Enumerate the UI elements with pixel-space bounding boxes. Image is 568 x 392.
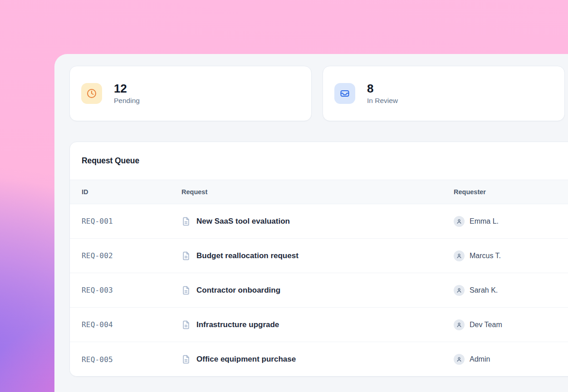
requester-name: Emma L. — [470, 217, 499, 225]
table-row-req-003[interactable]: REQ-003 Contractor onboarding Sarah K. — [70, 273, 568, 308]
stat-text-pending: 12 Pending — [114, 82, 140, 105]
table-row-req-001[interactable]: REQ-001 New SaaS tool evaluation Emma L. — [70, 204, 568, 239]
column-header-id: ID — [82, 188, 181, 196]
stats-row: 12 Pending 8 In Review — [69, 66, 568, 121]
inbox-icon — [334, 83, 355, 104]
request-id: REQ-001 — [82, 217, 181, 225]
table-row-req-005[interactable]: REQ-005 Office equipment purchase Admin — [70, 342, 568, 377]
avatar — [454, 319, 465, 330]
table-header-row: ID Request Requester — [70, 180, 568, 204]
file-text-icon — [181, 251, 191, 260]
avatar — [454, 285, 465, 296]
dashboard-panel: 12 Pending 8 In Review Request Queue ID … — [54, 54, 568, 392]
request-title: Contractor onboarding — [196, 286, 280, 295]
page-title: Request Queue — [82, 156, 139, 166]
request-id: REQ-004 — [82, 320, 181, 329]
column-header-requester: Requester — [454, 188, 568, 196]
requester-name: Dev Team — [470, 321, 502, 329]
person-icon — [456, 356, 462, 363]
clock-icon — [81, 83, 102, 104]
requester-name: Marcus T. — [470, 252, 501, 260]
table-title-row: Request Queue — [70, 142, 568, 180]
in-review-count: 8 — [367, 82, 398, 96]
person-icon — [456, 287, 462, 294]
column-header-request: Request — [181, 188, 454, 196]
table-row-req-004[interactable]: REQ-004 Infrastructure upgrade Dev Team — [70, 308, 568, 342]
table-row-req-002[interactable]: REQ-002 Budget reallocation request Marc… — [70, 239, 568, 273]
file-text-icon — [181, 217, 191, 226]
request-title: Budget reallocation request — [196, 251, 299, 260]
file-text-icon — [181, 355, 191, 364]
person-icon — [456, 253, 462, 259]
file-text-icon — [181, 320, 191, 329]
requester-name: Admin — [470, 355, 490, 363]
pending-label: Pending — [114, 97, 140, 105]
file-text-icon — [181, 286, 191, 295]
in-review-label: In Review — [367, 97, 398, 105]
request-id: REQ-003 — [82, 286, 181, 294]
request-title: New SaaS tool evaluation — [196, 217, 290, 226]
request-id: REQ-002 — [82, 251, 181, 260]
person-icon — [456, 322, 462, 328]
avatar — [454, 250, 465, 261]
requester-name: Sarah K. — [470, 286, 498, 294]
request-title: Office equipment purchase — [196, 355, 296, 364]
stat-text-in-review: 8 In Review — [367, 82, 398, 105]
person-icon — [456, 218, 462, 225]
request-title: Infrastructure upgrade — [196, 320, 279, 329]
request-id: REQ-005 — [82, 355, 181, 364]
avatar — [454, 216, 465, 227]
stat-card-in-review[interactable]: 8 In Review — [323, 66, 565, 121]
request-queue-panel: Request Queue ID Request Requester REQ-0… — [69, 142, 568, 377]
avatar — [454, 354, 465, 365]
stat-card-pending[interactable]: 12 Pending — [69, 66, 312, 121]
pending-count: 12 — [114, 82, 140, 96]
